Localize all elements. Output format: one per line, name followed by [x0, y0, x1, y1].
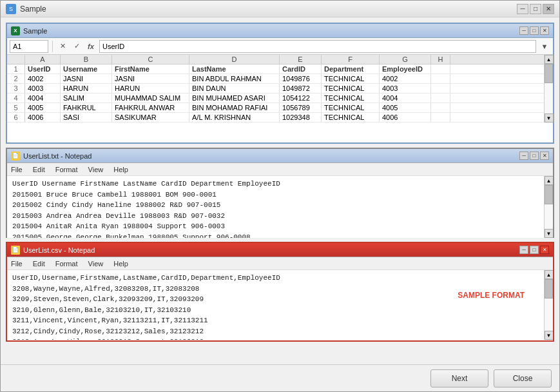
excel-cell[interactable]: HARUN: [61, 84, 112, 93]
excel-cell[interactable]: 4003: [380, 84, 431, 93]
formula-expand-icon[interactable]: ▼: [539, 41, 550, 52]
excel-cell[interactable]: TECHNICAL: [322, 74, 380, 83]
excel-cell[interactable]: [431, 103, 450, 112]
scroll-thumb[interactable]: [545, 64, 553, 83]
excel-cell[interactable]: 1049872: [280, 84, 322, 93]
excel-cell[interactable]: BIN MOHAMAD RAFIAI: [189, 103, 280, 112]
excel-cell[interactable]: 4006: [25, 113, 61, 122]
excel-cell[interactable]: A/L M. KRISHNAN: [189, 113, 280, 122]
excel-cell[interactable]: LastName: [189, 64, 280, 74]
np2-scroll-thumb[interactable]: [545, 279, 553, 299]
excel-cell[interactable]: 1049876: [280, 74, 322, 83]
excel-cell[interactable]: BIN ABDUL RAHMAN: [189, 74, 280, 83]
menu-format-2[interactable]: Format: [55, 260, 78, 268]
excel-cell[interactable]: [431, 74, 450, 83]
function-icon[interactable]: fx: [85, 41, 97, 52]
notepad-csv-scrollbar[interactable]: ▲ ▼: [544, 270, 553, 340]
excel-cell[interactable]: Username: [61, 64, 112, 74]
excel-cell[interactable]: 4004: [380, 93, 431, 103]
excel-cell[interactable]: 4002: [380, 74, 431, 83]
excel-cell[interactable]: 4004: [25, 93, 61, 103]
excel-cell[interactable]: SASI: [61, 113, 112, 122]
next-button[interactable]: Next: [430, 369, 488, 387]
notepad-txt-minimize[interactable]: ─: [519, 152, 528, 160]
notepad-line: 2015003 Andrea Andrea Deville 1988003 R&…: [12, 211, 539, 222]
excel-cell[interactable]: HARUN: [112, 84, 189, 93]
excel-cell[interactable]: 4005: [380, 103, 431, 112]
excel-cell[interactable]: 1056789: [280, 103, 322, 112]
excel-cell[interactable]: 4006: [380, 113, 431, 122]
excel-cell[interactable]: CardID: [280, 64, 322, 74]
excel-cell[interactable]: UserID: [25, 64, 61, 74]
excel-cell[interactable]: 4002: [25, 74, 61, 83]
menu-format-1[interactable]: Format: [55, 166, 78, 173]
excel-cell[interactable]: FirstName: [112, 64, 189, 74]
close-dialog-button[interactable]: Close: [494, 369, 552, 387]
excel-cell[interactable]: 4005: [25, 103, 61, 112]
excel-minimize[interactable]: ─: [519, 26, 528, 35]
excel-cell[interactable]: FAHKRUL: [61, 103, 112, 112]
np1-scroll-thumb[interactable]: [545, 185, 553, 204]
minimize-button[interactable]: ─: [517, 4, 528, 14]
excel-cell[interactable]: 1029348: [280, 113, 322, 122]
excel-row: 1UserIDUsernameFirstNameLastNameCardIDDe…: [7, 64, 544, 74]
excel-cell[interactable]: TECHNICAL: [322, 93, 380, 103]
notepad-csv-maximize[interactable]: □: [530, 246, 539, 254]
scroll-up-btn[interactable]: ▲: [545, 55, 554, 64]
excel-cell[interactable]: [431, 64, 450, 74]
notepad-txt-scrollbar[interactable]: ▲ ▼: [544, 176, 553, 238]
close-button[interactable]: ✕: [543, 4, 554, 14]
excel-cell[interactable]: [431, 113, 450, 122]
menu-file-1[interactable]: File: [11, 166, 23, 173]
np1-scroll-track[interactable]: [545, 185, 553, 229]
excel-cell[interactable]: FAHKRUL ANWAR: [112, 103, 189, 112]
excel-cell[interactable]: [431, 93, 450, 103]
menu-view-1[interactable]: View: [88, 166, 104, 173]
confirm-icon[interactable]: ✓: [71, 41, 82, 52]
excel-cell[interactable]: 1054122: [280, 93, 322, 103]
np1-scroll-up[interactable]: ▲: [545, 176, 554, 185]
excel-cell[interactable]: BIN DAUN: [189, 84, 280, 93]
scroll-down-btn[interactable]: ▼: [545, 113, 554, 122]
notepad-txt-close[interactable]: ✕: [540, 152, 549, 160]
row-number: 6: [7, 113, 25, 122]
scroll-track[interactable]: [545, 64, 553, 113]
menu-edit-1[interactable]: Edit: [33, 166, 45, 173]
cancel-icon[interactable]: ✕: [57, 41, 68, 52]
excel-cell[interactable]: MUHAMMAD SALIM: [112, 93, 189, 103]
notepad-line: 3211,Vincent,Vincent,Ryan,32113211,IT,32…: [12, 315, 539, 326]
menu-edit-2[interactable]: Edit: [33, 260, 45, 268]
formula-bar[interactable]: UserID: [99, 40, 536, 53]
notepad-csv-close[interactable]: ✕: [540, 246, 549, 254]
np1-scroll-down[interactable]: ▼: [545, 229, 554, 238]
cell-reference[interactable]: A1: [10, 40, 48, 53]
excel-cell[interactable]: JASNI: [61, 74, 112, 83]
notepad-txt-title: UserList.txt - Notepad: [23, 152, 519, 160]
excel-cell[interactable]: JASNI: [112, 74, 189, 83]
col-header-g: G: [380, 55, 431, 64]
np2-scroll-up[interactable]: ▲: [545, 270, 554, 279]
excel-cell[interactable]: BIN MUHAMED ASARI: [189, 93, 280, 103]
excel-cell[interactable]: SALIM: [61, 93, 112, 103]
np2-scroll-down[interactable]: ▼: [545, 331, 554, 340]
menu-file-2[interactable]: File: [11, 260, 23, 268]
excel-cell[interactable]: SASIKUMAR: [112, 113, 189, 122]
main-dialog: S Sample ─ □ ✕ X Sample ─ □ ✕ A1: [0, 0, 560, 392]
excel-cell[interactable]: Department: [322, 64, 380, 74]
excel-maximize[interactable]: □: [530, 26, 539, 35]
excel-cell[interactable]: [431, 84, 450, 93]
menu-help-1[interactable]: Help: [113, 166, 128, 173]
menu-help-2[interactable]: Help: [113, 260, 128, 268]
excel-cell[interactable]: 4003: [25, 84, 61, 93]
notepad-txt-maximize[interactable]: □: [530, 152, 539, 160]
excel-scrollbar[interactable]: ▲ ▼: [544, 55, 553, 122]
np2-scroll-track[interactable]: [545, 279, 553, 331]
menu-view-2[interactable]: View: [88, 260, 104, 268]
excel-cell[interactable]: TECHNICAL: [322, 84, 380, 93]
excel-cell[interactable]: TECHNICAL: [322, 103, 380, 112]
excel-cell[interactable]: TECHNICAL: [322, 113, 380, 122]
excel-close[interactable]: ✕: [540, 26, 549, 35]
excel-cell[interactable]: EmployeeID: [380, 64, 431, 74]
maximize-button[interactable]: □: [530, 4, 541, 14]
notepad-csv-minimize[interactable]: ─: [519, 246, 528, 254]
